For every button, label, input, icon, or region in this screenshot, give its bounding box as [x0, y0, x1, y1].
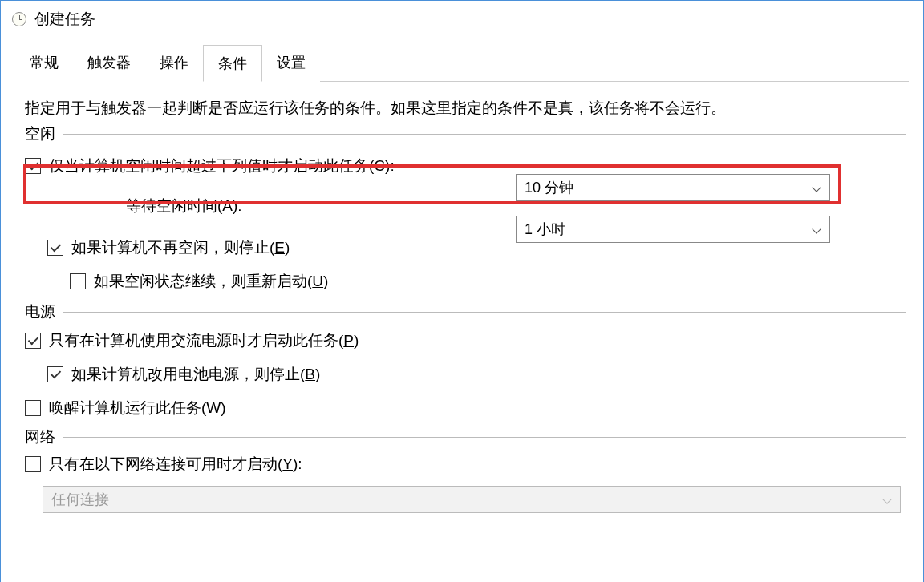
label-idle-start-post: ):	[385, 157, 395, 174]
label-power-wake-key: W	[206, 399, 221, 416]
divider	[63, 312, 906, 313]
select-idle-wait[interactable]: 1 小时	[516, 216, 830, 243]
select-network-connection: 任何连接	[43, 486, 901, 513]
label-power-battery-stop-post: )	[315, 366, 320, 382]
label-power-ac: 只有在计算机使用交流电源时才启动此任务(P)	[49, 330, 359, 351]
label-power-ac-pre: 只有在计算机使用交流电源时才启动此任务(	[49, 332, 343, 349]
section-network-label: 网络	[25, 426, 63, 447]
section-idle-header: 空闲	[25, 123, 906, 144]
label-power-wake-pre: 唤醒计算机运行此任务(	[49, 399, 206, 416]
label-power-battery-stop-pre: 如果计算机改用电池电源，则停止(	[71, 366, 305, 382]
label-power-wake-post: )	[221, 399, 225, 416]
row-power-wake: 唤醒计算机运行此任务(W)	[25, 398, 906, 418]
label-network-start-key: Y	[282, 455, 293, 472]
label-idle-start: 仅当计算机空闲时间超过下列值时才启动此任务(C):	[49, 156, 395, 176]
chevron-down-icon	[812, 183, 821, 192]
label-idle-restart-key: U	[312, 273, 323, 289]
label-power-battery-stop-key: B	[305, 366, 315, 382]
select-idle-minutes-value: 10 分钟	[525, 178, 573, 197]
tab-conditions[interactable]: 条件	[203, 45, 262, 82]
tab-content: 指定用于与触发器一起判断是否应运行该任务的条件。如果这里指定的条件不是真，该任务…	[1, 82, 923, 513]
label-network-start: 只有在以下网络连接可用时才启动(Y):	[49, 454, 302, 475]
tab-settings[interactable]: 设置	[262, 45, 320, 82]
section-power-header: 电源	[25, 301, 906, 322]
label-idle-restart: 如果空闲状态继续，则重新启动(U)	[94, 271, 328, 292]
create-task-window: 创建任务 常规 触发器 操作 条件 设置 指定用于与触发器一起判断是否应运行该任…	[0, 0, 924, 582]
checkbox-power-wake[interactable]	[25, 400, 41, 416]
row-idle-restart: 如果空闲状态继续，则重新启动(U)	[70, 271, 906, 292]
label-idle-stop-post: )	[285, 239, 290, 256]
label-power-ac-key: P	[343, 332, 354, 349]
label-idle-stop: 如果计算机不再空闲，则停止(E)	[71, 237, 290, 258]
tab-general[interactable]: 常规	[15, 45, 73, 82]
section-idle-label: 空闲	[25, 123, 63, 144]
label-idle-restart-post: )	[323, 273, 328, 289]
label-power-battery-stop: 如果计算机改用电池电源，则停止(B)	[71, 364, 320, 385]
label-idle-stop-key: E	[274, 239, 285, 256]
description-text: 指定用于与触发器一起判断是否应运行该任务的条件。如果这里指定的条件不是真，该任务…	[25, 98, 906, 119]
label-network-start-post: ):	[293, 455, 302, 472]
checkbox-idle-restart[interactable]	[70, 273, 86, 289]
row-power-ac: 只有在计算机使用交流电源时才启动此任务(P)	[25, 330, 906, 351]
checkbox-idle-start[interactable]	[25, 158, 41, 174]
label-power-wake: 唤醒计算机运行此任务(W)	[49, 398, 226, 418]
select-idle-wait-value: 1 小时	[525, 220, 565, 239]
section-network-header: 网络	[25, 426, 906, 447]
row-network-select: 任何连接	[43, 486, 906, 513]
label-idle-wait-post: ):	[233, 197, 242, 214]
divider	[63, 437, 906, 438]
clock-icon	[12, 12, 26, 26]
checkbox-power-battery-stop[interactable]	[47, 366, 63, 382]
select-network-connection-value: 任何连接	[51, 490, 109, 509]
label-idle-restart-pre: 如果空闲状态继续，则重新启动(	[94, 273, 312, 289]
checkbox-power-ac[interactable]	[25, 333, 41, 349]
label-network-start-pre: 只有在以下网络连接可用时才启动(	[49, 455, 282, 472]
label-idle-wait-pre: 等待空闲时间(	[126, 197, 222, 214]
chevron-down-icon	[882, 495, 892, 504]
section-power-label: 电源	[25, 301, 63, 322]
label-idle-start-pre: 仅当计算机空闲时间超过下列值时才启动此任务(	[49, 157, 374, 174]
checkbox-network-start[interactable]	[25, 456, 41, 472]
label-idle-wait: 等待空闲时间(A):	[126, 196, 242, 216]
window-title: 创建任务	[34, 9, 95, 30]
divider	[63, 134, 906, 135]
tab-actions[interactable]: 操作	[145, 45, 203, 82]
tab-strip: 常规 触发器 操作 条件 设置	[15, 44, 909, 82]
select-idle-minutes[interactable]: 10 分钟	[516, 174, 830, 201]
row-idle-start: 仅当计算机空闲时间超过下列值时才启动此任务(C): 10 分钟	[25, 156, 906, 176]
tab-triggers[interactable]: 触发器	[73, 45, 145, 82]
label-power-ac-post: )	[354, 332, 359, 349]
chevron-down-icon	[812, 224, 821, 234]
row-power-battery-stop: 如果计算机改用电池电源，则停止(B)	[47, 364, 906, 385]
titlebar: 创建任务	[1, 1, 923, 44]
label-idle-stop-pre: 如果计算机不再空闲，则停止(	[71, 239, 274, 256]
row-network-start: 只有在以下网络连接可用时才启动(Y):	[25, 454, 906, 475]
label-idle-wait-key: A	[222, 197, 233, 214]
label-idle-start-key: C	[374, 157, 385, 174]
checkbox-idle-stop[interactable]	[47, 240, 63, 256]
